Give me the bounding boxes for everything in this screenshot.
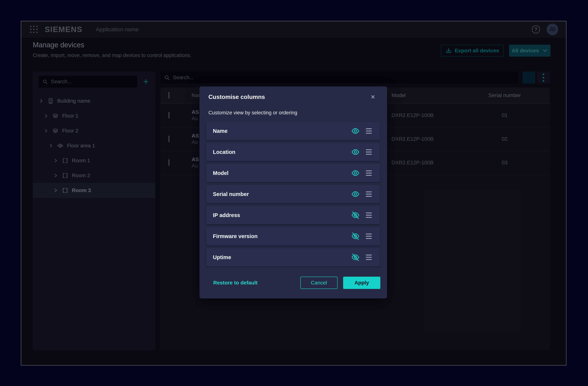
apply-button[interactable]: Apply	[343, 277, 380, 289]
drag-handle-icon[interactable]	[363, 147, 374, 157]
visibility-off-icon[interactable]	[350, 210, 361, 220]
column-item-label: Location	[213, 149, 350, 155]
visibility-off-icon[interactable]	[350, 231, 361, 241]
customise-columns-modal: Customise columns × Customize view by se…	[199, 87, 387, 298]
column-item-uptime[interactable]: Uptime	[206, 248, 380, 266]
drag-handle-icon[interactable]	[363, 126, 374, 136]
visibility-on-icon[interactable]	[350, 168, 361, 178]
column-item-label: IP address	[213, 212, 350, 218]
drag-handle-icon[interactable]	[363, 168, 374, 178]
drag-handle-icon[interactable]	[363, 210, 374, 220]
drag-handle-icon[interactable]	[363, 231, 374, 241]
visibility-on-icon[interactable]	[350, 147, 361, 157]
visibility-off-icon[interactable]	[350, 252, 361, 263]
column-item-ip-address[interactable]: IP address	[206, 206, 380, 224]
column-item-name[interactable]: Name	[206, 122, 380, 140]
cancel-button[interactable]: Cancel	[300, 277, 337, 289]
column-item-label: Model	[213, 170, 350, 176]
visibility-on-icon[interactable]	[350, 189, 361, 199]
column-item-label: Uptime	[213, 254, 350, 260]
modal-subtitle: Customize view by selecting or ordering	[209, 110, 297, 116]
modal-title: Customise columns	[209, 93, 265, 100]
column-item-serial-number[interactable]: Serial number	[206, 185, 380, 203]
close-icon[interactable]: ×	[369, 93, 377, 101]
column-item-firmware-version[interactable]: Firmware version	[206, 227, 380, 245]
column-item-label: Firmware version	[213, 233, 350, 239]
drag-handle-icon[interactable]	[363, 189, 374, 199]
column-item-label: Name	[213, 128, 350, 134]
column-item-label: Serial number	[213, 191, 350, 197]
column-item-model[interactable]: Model	[206, 164, 380, 182]
visibility-on-icon[interactable]	[350, 126, 361, 136]
column-item-location[interactable]: Location	[206, 143, 380, 161]
drag-handle-icon[interactable]	[363, 252, 374, 263]
restore-to-default-button[interactable]: Restore to default	[213, 280, 257, 286]
